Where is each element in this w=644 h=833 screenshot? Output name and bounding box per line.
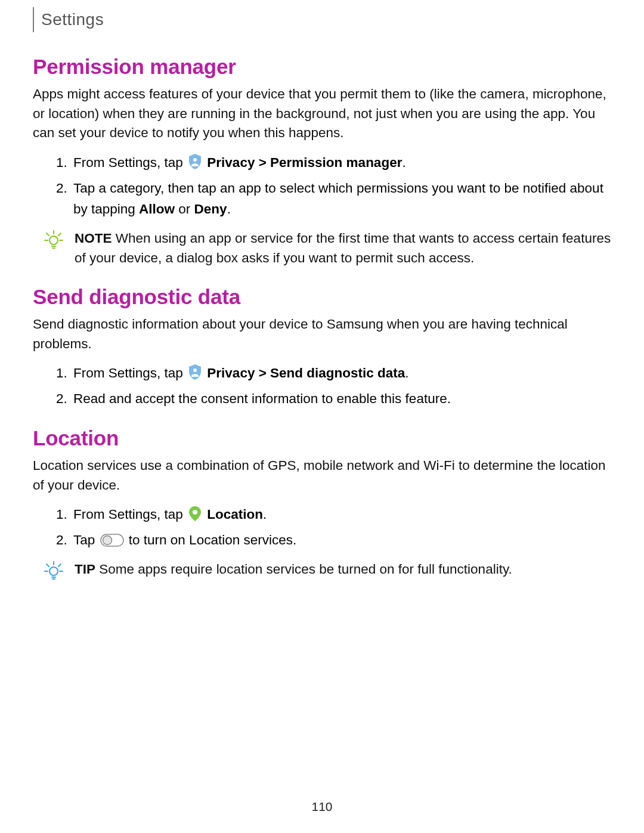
location-pin-icon — [188, 505, 202, 522]
note-callout: NOTE When using an app or service for th… — [33, 228, 611, 269]
privacy-icon — [188, 364, 202, 380]
step: From Settings, tap Location. — [71, 504, 611, 525]
heading-permission-manager: Permission manager — [33, 55, 611, 79]
location-steps: From Settings, tap Location. Tap to turn… — [33, 504, 611, 551]
text: . — [227, 202, 231, 216]
text: Tap — [73, 532, 99, 547]
toggle-off-icon — [100, 532, 124, 546]
step: Tap to turn on Location services. — [71, 530, 611, 551]
text: From Settings, tap — [73, 366, 187, 380]
heading-location: Location — [33, 426, 611, 450]
privacy-icon — [188, 153, 202, 170]
text: . — [402, 155, 405, 170]
text: From Settings, tap — [73, 507, 187, 522]
note-text: NOTE When using an app or service for th… — [75, 228, 611, 269]
step: Read and accept the consent information … — [71, 389, 611, 410]
text: When using an app or service for the fir… — [75, 231, 611, 266]
document-page: Settings Permission manager Apps might a… — [0, 0, 644, 833]
page-number: 110 — [0, 800, 644, 814]
text: . — [263, 507, 267, 522]
step: From Settings, tap Privacy > Permission … — [71, 153, 611, 174]
text: to turn on Location services. — [129, 532, 296, 547]
step: Tap a category, then tap an app to selec… — [71, 178, 611, 220]
text: or — [175, 202, 194, 216]
tip-text: TIP Some apps require location services … — [75, 559, 611, 580]
permission-intro: Apps might access features of your devic… — [33, 85, 611, 143]
heading-send-diagnostic: Send diagnostic data — [33, 285, 611, 309]
text: Read and accept the consent information … — [73, 391, 451, 406]
permission-steps: From Settings, tap Privacy > Permission … — [33, 153, 611, 220]
text-bold: Privacy > Permission manager — [207, 155, 402, 170]
header-rule — [33, 7, 34, 32]
text-bold: Allow — [139, 202, 175, 216]
svg-line-15 — [47, 564, 49, 566]
svg-point-10 — [193, 510, 197, 515]
location-intro: Location services use a combination of G… — [33, 456, 611, 495]
text-bold: Deny — [194, 202, 227, 216]
lightbulb-icon — [44, 230, 64, 250]
text: . — [405, 366, 408, 380]
svg-point-0 — [193, 158, 197, 162]
svg-line-16 — [58, 564, 61, 566]
diagnostic-steps: From Settings, tap Privacy > Send diagno… — [33, 363, 611, 410]
step: From Settings, tap Privacy > Send diagno… — [71, 363, 611, 384]
breadcrumb: Settings — [41, 10, 104, 29]
lightbulb-icon — [44, 561, 64, 581]
text-bold: Location — [207, 507, 263, 522]
tip-label: TIP — [75, 562, 95, 577]
svg-line-4 — [58, 233, 61, 236]
svg-point-1 — [49, 236, 58, 244]
text: Some apps require location services be t… — [95, 562, 512, 577]
text: From Settings, tap — [73, 155, 187, 170]
note-label: NOTE — [75, 231, 112, 246]
tip-callout: TIP Some apps require location services … — [33, 559, 611, 581]
svg-point-13 — [49, 567, 58, 575]
svg-point-12 — [103, 536, 112, 545]
page-header: Settings — [33, 0, 611, 32]
svg-point-9 — [193, 368, 197, 372]
text-bold: Privacy > Send diagnostic data — [207, 366, 405, 380]
svg-line-3 — [47, 233, 49, 236]
diagnostic-intro: Send diagnostic information about your d… — [33, 315, 611, 354]
